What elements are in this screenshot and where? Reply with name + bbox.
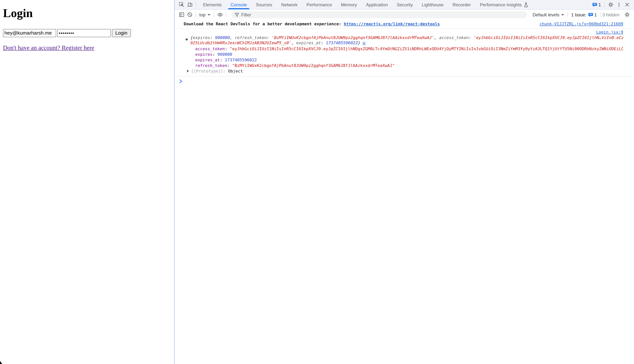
login-page: Login Login Don't have an account? Regis… xyxy=(0,0,174,364)
console-sidebar-toggle-icon[interactable] xyxy=(177,10,186,19)
tab-lighthouse[interactable]: Lighthouse xyxy=(417,0,448,9)
login-form: Login xyxy=(3,29,131,37)
tab-application[interactable]: Application xyxy=(362,0,392,9)
email-field[interactable] xyxy=(3,29,56,37)
flask-icon xyxy=(524,2,528,7)
hidden-messages-label[interactable]: 3 hidden xyxy=(602,12,620,17)
devtools-panel: ElementsConsoleSourcesNetworkPerformance… xyxy=(175,0,634,364)
separator xyxy=(196,12,196,18)
register-link[interactable]: Don't have an account? Register here xyxy=(3,44,94,52)
mouse-cursor xyxy=(0,361,2,364)
more-options-kebab-icon[interactable] xyxy=(615,0,623,9)
react-devtools-link[interactable]: https://reactjs.org/link/react-devtools xyxy=(344,22,440,26)
password-field[interactable] xyxy=(57,29,111,37)
object-property-row[interactable]: expires_at: 1737405596022 xyxy=(195,58,623,63)
source-link[interactable]: chunk-VIJJTZRL.js?v=960bd321:21609 xyxy=(540,22,623,26)
tab-performance-insights[interactable]: Performance insights xyxy=(476,0,533,9)
console-message-object-log: Login.jsx:9 {expires: 900000, refresh_to… xyxy=(175,29,634,77)
console-message-react-devtools: Download the React DevTools for a better… xyxy=(175,20,634,29)
close-devtools-icon[interactable] xyxy=(623,0,631,9)
tab-performance[interactable]: Performance xyxy=(302,0,336,9)
separator xyxy=(226,12,226,18)
issue-count: 1 xyxy=(594,12,597,17)
devtools-tabbar: ElementsConsoleSourcesNetworkPerformance… xyxy=(175,0,634,10)
tab-memory[interactable]: Memory xyxy=(336,0,362,9)
console-prompt[interactable] xyxy=(175,77,634,84)
object-properties: access_token: "eyJhbGciOiJIUzI1NiIsInR5c… xyxy=(195,46,623,68)
login-button[interactable]: Login xyxy=(112,29,131,37)
console-settings-gear-icon[interactable] xyxy=(623,10,631,19)
expand-arrow-icon[interactable] xyxy=(187,70,189,73)
object-property-row[interactable]: refresh_token: "BzMYiIWUxK2cbgofAjPbAnut… xyxy=(195,63,623,68)
issue-label: 1 Issue: xyxy=(571,12,586,17)
message-text: Download the React DevTools for a better… xyxy=(184,22,440,26)
prompt-chevron-icon xyxy=(179,80,182,84)
levels-label: Default levels xyxy=(532,12,559,17)
console-toolbar: top Filter Default levels xyxy=(175,10,634,20)
issue-chat-icon xyxy=(588,12,593,17)
funnel-icon xyxy=(234,12,239,17)
settings-gear-icon[interactable] xyxy=(606,0,615,9)
object-property-row[interactable]: expires: 900000 xyxy=(195,52,623,58)
log-levels-dropdown[interactable]: Default levels xyxy=(531,12,566,17)
tab-network[interactable]: Network xyxy=(277,0,302,9)
tab-security[interactable]: Security xyxy=(392,0,418,9)
filter-placeholder: Filter xyxy=(241,12,251,17)
chevron-down-icon xyxy=(561,14,564,16)
separator xyxy=(196,2,196,8)
collapse-arrow-icon[interactable] xyxy=(185,39,188,41)
context-label: top xyxy=(199,12,206,17)
message-count: 1 xyxy=(598,2,601,7)
separator xyxy=(568,12,568,18)
object-preview-line1: {expires: 900000, refresh_token: 'BzMYiI… xyxy=(190,35,623,40)
issues-counter[interactable]: 1 Issue: 1 xyxy=(571,12,597,17)
device-toolbar-icon[interactable] xyxy=(186,0,194,9)
object-preview: {expires: 900000, refresh_token: 'BzMYiI… xyxy=(190,35,623,46)
object-property-row[interactable]: access_token: "eyJhbGciOiJIUzI1NiIsInR5c… xyxy=(195,46,623,52)
object-preview-line2: 925LUcdb2tHmRRvJexcWCh1MJzAB3N2UIewP5_s0… xyxy=(190,40,623,46)
separator xyxy=(604,2,604,8)
separator xyxy=(600,12,600,18)
tab-sources[interactable]: Sources xyxy=(251,0,277,9)
source-link[interactable]: Login.jsx:9 xyxy=(596,30,623,34)
live-expression-eye-icon[interactable] xyxy=(216,10,224,19)
devtools-tabs: ElementsConsoleSourcesNetworkPerformance… xyxy=(198,0,533,9)
tab-elements[interactable]: Elements xyxy=(198,0,226,9)
execution-context-selector[interactable]: top xyxy=(198,12,212,17)
page-title: Login xyxy=(3,6,33,20)
screen: Login Login Don't have an account? Regis… xyxy=(0,0,634,364)
separator xyxy=(214,12,214,18)
console-messages-badge[interactable]: 1 xyxy=(592,2,601,7)
prototype-key: [[Prototype]] xyxy=(191,69,223,74)
tab-console[interactable]: Console xyxy=(226,0,251,9)
clear-console-icon[interactable] xyxy=(186,10,194,19)
chevron-down-icon xyxy=(207,14,210,16)
chat-bubble-icon xyxy=(592,2,597,7)
prototype-row[interactable]: [[Prototype]]: Object xyxy=(187,68,623,74)
console-log-area: Download the React DevTools for a better… xyxy=(175,20,634,364)
tab-recorder[interactable]: Recorder xyxy=(448,0,476,9)
info-badge-icon[interactable]: i xyxy=(362,42,366,46)
filter-input[interactable]: Filter xyxy=(231,11,527,18)
inspect-element-icon[interactable] xyxy=(177,0,186,9)
prototype-value: Object xyxy=(228,69,243,74)
